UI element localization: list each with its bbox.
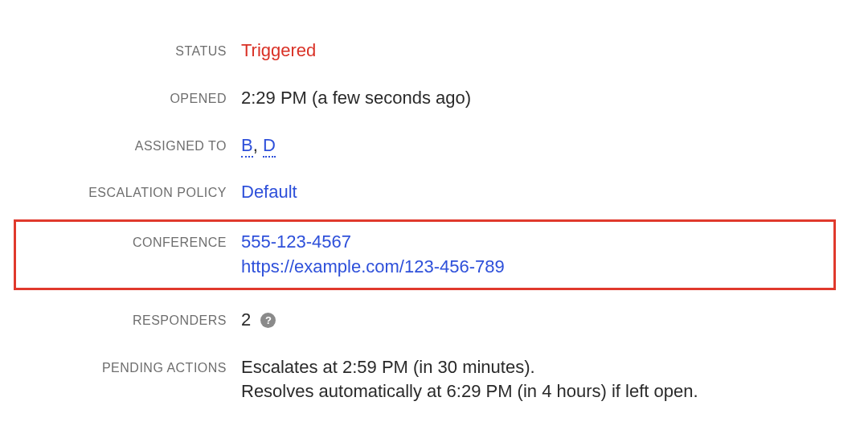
status-label: Status [16,16,241,75]
opened-value: 2:29 PM (a few seconds ago) [241,75,852,122]
escalation-policy-link[interactable]: Default [241,182,297,202]
escalation-policy-value: Default [241,169,852,216]
responders-value: 2 ? [241,297,852,344]
responders-label: Responders [16,297,241,344]
conference-url-link[interactable]: https://example.com/123-456-789 [241,255,825,280]
opened-label: Opened [16,75,241,122]
separator: , [253,135,263,155]
help-icon[interactable]: ? [260,313,276,328]
incident-details: Status Triggered Opened 2:29 PM (a few s… [16,16,852,416]
conference-phone-link[interactable]: 555-123-4567 [241,230,825,255]
assignee-link[interactable]: D [263,135,276,158]
conference-value: 555-123-4567 https://example.com/123-456… [241,222,833,288]
assigned-to-label: Assigned To [16,122,241,170]
conference-label: Conference [16,222,241,288]
pending-action-line: Resolves automatically at 6:29 PM (in 4 … [241,379,852,404]
pending-action-line: Escalates at 2:59 PM (in 30 minutes). [241,355,852,380]
pending-actions-label: Pending Actions [16,344,241,416]
pending-actions-value: Escalates at 2:59 PM (in 30 minutes). Re… [241,344,852,416]
escalation-policy-label: Escalation Policy [16,169,241,216]
status-value: Triggered [241,16,852,75]
conference-highlight-box: Conference 555-123-4567 https://example.… [14,219,836,290]
assigned-to-value: B, D [241,122,852,170]
assignee-link[interactable]: B [241,135,253,158]
responders-count: 2 [241,308,251,333]
